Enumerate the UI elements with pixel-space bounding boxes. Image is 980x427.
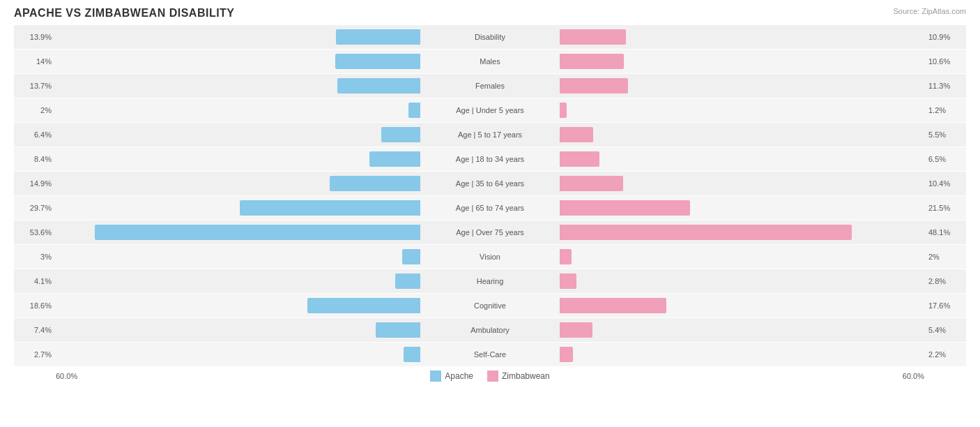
legend-item-apache: Apache xyxy=(430,370,473,382)
left-bars xyxy=(56,50,420,73)
table-row: 8.4%Age | 18 to 34 years6.5% xyxy=(14,147,966,171)
table-row: 4.1%Hearing2.8% xyxy=(14,269,966,293)
apache-bar xyxy=(381,127,420,142)
right-bars xyxy=(560,318,924,342)
left-bars xyxy=(56,343,420,366)
right-bars xyxy=(560,343,924,366)
left-bars xyxy=(56,147,420,171)
table-row: 13.7%Females11.3% xyxy=(14,74,966,98)
bar-label: Age | Under 5 years xyxy=(420,106,560,114)
left-value: 13.7% xyxy=(14,82,56,90)
chart-container: APACHE VS ZIMBABWEAN DISABILITY Source: … xyxy=(14,7,966,382)
zimbabwean-bar xyxy=(560,29,626,45)
right-bars xyxy=(560,147,924,171)
table-row: 14%Males10.6% xyxy=(14,50,966,73)
bar-label: Age | 18 to 34 years xyxy=(420,155,560,163)
right-value: 2.2% xyxy=(924,350,966,359)
bars-center: Males xyxy=(56,50,924,73)
left-bars xyxy=(56,294,420,317)
table-row: 7.4%Ambulatory5.4% xyxy=(14,318,966,342)
bars-center: Hearing xyxy=(56,269,924,293)
zimbabwean-bar xyxy=(560,200,690,216)
right-bars xyxy=(560,172,924,195)
legend-color-zimbabwean xyxy=(487,370,498,382)
left-bars xyxy=(56,74,420,98)
left-bars xyxy=(56,245,420,269)
bar-label: Ambulatory xyxy=(420,326,560,334)
legend-item-zimbabwean: Zimbabwean xyxy=(487,370,550,382)
apache-bar xyxy=(307,298,420,313)
left-value: 29.7% xyxy=(14,204,56,212)
left-bars xyxy=(56,269,420,293)
zimbabwean-bar xyxy=(560,225,852,240)
apache-bar xyxy=(402,249,420,264)
bars-center: Age | Over 75 years xyxy=(56,220,924,244)
table-row: 29.7%Age | 65 to 74 years21.5% xyxy=(14,196,966,220)
right-value: 2% xyxy=(924,253,966,261)
apache-bar xyxy=(404,347,420,362)
table-row: 53.6%Age | Over 75 years48.1% xyxy=(14,220,966,244)
legend-color-apache xyxy=(430,370,441,382)
apache-bar xyxy=(95,225,420,240)
right-value: 1.2% xyxy=(924,106,966,114)
left-bars xyxy=(56,220,420,244)
chart-footer: 60.0% Apache Zimbabwean 60.0% xyxy=(14,370,966,382)
right-value: 5.5% xyxy=(924,130,966,139)
left-bars xyxy=(56,172,420,195)
zimbabwean-bar xyxy=(560,78,628,93)
left-value: 6.4% xyxy=(14,130,56,139)
zimbabwean-bar xyxy=(560,127,593,142)
bars-center: Disability xyxy=(56,25,924,49)
apache-bar xyxy=(337,78,420,93)
left-value: 2% xyxy=(14,106,56,114)
left-bars xyxy=(56,98,420,122)
left-bars xyxy=(56,318,420,342)
bar-label: Self-Care xyxy=(420,350,560,359)
legend: Apache Zimbabwean xyxy=(430,370,549,382)
bars-center: Self-Care xyxy=(56,343,924,366)
zimbabwean-bar xyxy=(560,347,573,362)
table-row: 2%Age | Under 5 years1.2% xyxy=(14,98,966,122)
left-value: 8.4% xyxy=(14,155,56,163)
right-bars xyxy=(560,196,924,220)
bars-center: Age | 65 to 74 years xyxy=(56,196,924,220)
right-bars xyxy=(560,294,924,317)
apache-bar xyxy=(330,176,420,191)
right-bars xyxy=(560,25,924,49)
axis-label-right: 60.0% xyxy=(903,372,924,380)
bar-label: Age | 35 to 64 years xyxy=(420,179,560,188)
bars-center: Age | 35 to 64 years xyxy=(56,172,924,195)
chart-source: Source: ZipAtlas.com xyxy=(893,7,966,15)
apache-bar xyxy=(240,200,420,216)
axis-label-left: 60.0% xyxy=(56,372,77,380)
right-value: 17.6% xyxy=(924,301,966,310)
bar-label: Hearing xyxy=(420,277,560,285)
table-row: 6.4%Age | 5 to 17 years5.5% xyxy=(14,123,966,147)
right-value: 21.5% xyxy=(924,204,966,212)
right-bars xyxy=(560,269,924,293)
table-row: 18.6%Cognitive17.6% xyxy=(14,294,966,317)
apache-bar xyxy=(376,322,421,338)
left-value: 7.4% xyxy=(14,326,56,334)
left-bars xyxy=(56,25,420,49)
table-row: 2.7%Self-Care2.2% xyxy=(14,343,966,366)
right-value: 10.9% xyxy=(924,33,966,41)
table-row: 3%Vision2% xyxy=(14,245,966,269)
left-value: 13.9% xyxy=(14,33,56,41)
left-value: 53.6% xyxy=(14,228,56,237)
left-bars xyxy=(56,196,420,220)
chart-body: 13.9%Disability10.9%14%Males10.6%13.7%Fe… xyxy=(14,25,966,366)
table-row: 13.9%Disability10.9% xyxy=(14,25,966,49)
left-value: 18.6% xyxy=(14,301,56,310)
right-value: 6.5% xyxy=(924,155,966,163)
bars-center: Age | Under 5 years xyxy=(56,98,924,122)
apache-bar xyxy=(335,54,420,69)
bars-center: Females xyxy=(56,74,924,98)
left-bars xyxy=(56,123,420,147)
zimbabwean-bar xyxy=(560,54,624,69)
legend-label-apache: Apache xyxy=(445,371,473,381)
right-bars xyxy=(560,245,924,269)
zimbabwean-bar xyxy=(560,151,599,167)
right-value: 10.6% xyxy=(924,57,966,66)
bar-label: Females xyxy=(420,82,560,90)
